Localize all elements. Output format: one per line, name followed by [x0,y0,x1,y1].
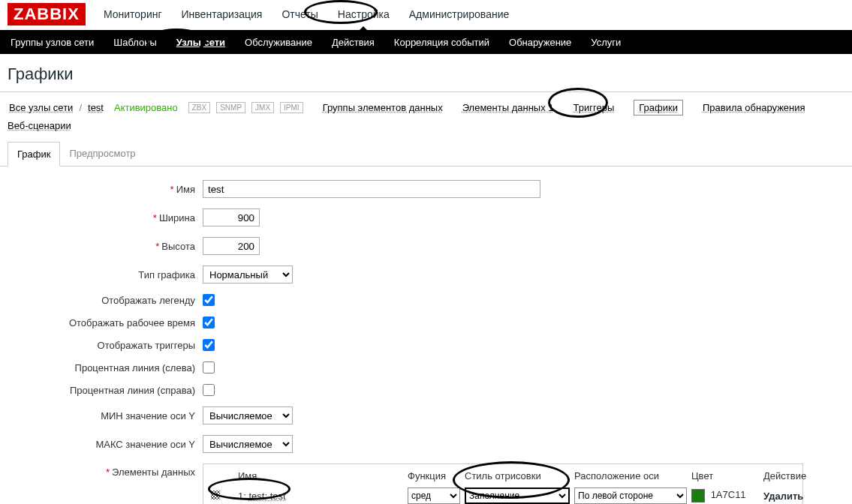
label-ymax: МАКС значение оси Y [8,439,203,450]
hostnav-graphs[interactable]: Графики [634,100,683,116]
label-show-worktime: Отображать рабочее время [8,317,203,328]
checkbox-show-legend[interactable] [203,294,215,306]
col-func: Функция [408,470,460,484]
checkbox-percent-left[interactable] [203,362,215,374]
hostnav-web[interactable]: Веб-сценарии [8,120,71,131]
badge-zbx: ZBX [188,102,210,113]
label-show-triggers: Отображать триггеры [8,340,203,351]
hostnav-triggers[interactable]: Триггеры [574,102,615,113]
items-table: Имя Функция Стиль отрисовки Расположение… [203,464,803,504]
maintab-monitoring[interactable]: Мониторинг [99,5,167,23]
select-ymax[interactable]: Вычисляемое [203,435,293,453]
crumb-sep: / [79,102,82,113]
label-items: *Элементы данных [8,464,203,478]
label-name: *Имя [8,184,203,195]
subtab-templates[interactable]: Шаблоны [110,32,160,52]
input-name[interactable] [203,180,540,198]
inner-tab-graph[interactable]: График [8,142,60,166]
color-swatch[interactable] [691,489,705,502]
delete-item-link[interactable]: Удалить [763,490,816,502]
maintab-config[interactable]: Настройка [333,5,394,23]
item-name-link[interactable]: test: test [248,490,285,502]
subtab-maintenance[interactable]: Обслуживание [242,32,315,52]
select-ymin[interactable]: Вычисляемое [203,406,293,424]
page-title: Графики [0,54,852,92]
crumb-host[interactable]: test [86,102,105,113]
maintab-admin[interactable]: Администрирование [405,5,514,23]
hostnav-items[interactable]: Элементы данных 1 [462,102,554,113]
color-hex: 1A7C11 [711,489,746,500]
hostnav-discovery-rules[interactable]: Правила обнаружения [703,102,805,113]
maintab-reports[interactable]: Отчеты [277,5,322,23]
badge-ipmi: IPMI [280,102,303,113]
label-width: *Ширина [8,212,203,224]
subtab-correlation[interactable]: Корреляция событий [391,32,492,52]
col-style: Стиль отрисовки [465,470,570,484]
subtab-actions[interactable]: Действия [329,32,378,52]
label-ymin: МИН значение оси Y [8,410,203,422]
drag-handle-icon[interactable] [211,490,220,500]
checkbox-show-triggers[interactable] [203,339,215,351]
col-name: Имя [238,470,403,484]
col-color: Цвет [691,470,759,484]
subtab-hosts[interactable]: Узлы сети [173,32,228,52]
label-percent-right: Процентная линия (справа) [8,385,203,396]
table-row: 1: test: test сред Заполнение По левой с… [211,488,795,504]
select-graph-type[interactable]: Нормальный [203,266,293,284]
host-status: Активировано [114,102,178,113]
crumb-all-hosts[interactable]: Все узлы сети [8,102,74,113]
label-height: *Высота [8,241,203,252]
select-axis-side[interactable]: По левой стороне [574,488,687,504]
checkbox-percent-right[interactable] [203,384,215,396]
subtab-services[interactable]: Услуги [588,32,624,52]
logo[interactable]: ZABBIX [8,3,86,26]
input-height[interactable] [203,237,260,255]
label-percent-left: Процентная линия (слева) [8,362,203,374]
item-index: 1: [238,490,246,502]
input-width[interactable] [203,208,260,226]
subtab-hostgroups[interactable]: Группы узлов сети [8,32,97,52]
checkbox-show-worktime[interactable] [203,316,215,328]
select-draw-style[interactable]: Заполнение [465,488,570,504]
col-axis: Расположение оси [574,470,687,484]
subtab-discovery[interactable]: Обнаружение [506,32,574,52]
inner-tab-preview[interactable]: Предпросмотр [60,142,144,166]
badge-snmp: SNMP [216,102,245,113]
label-show-legend: Отображать легенду [8,295,203,306]
label-graph-type: Тип графика [8,269,203,280]
col-action: Действие [763,470,816,484]
badge-jmx: JMX [251,102,274,113]
hostnav-applications[interactable]: Группы элементов данных [323,102,443,113]
maintab-inventory[interactable]: Инвентаризация [177,5,267,23]
select-func[interactable]: сред [408,488,460,504]
